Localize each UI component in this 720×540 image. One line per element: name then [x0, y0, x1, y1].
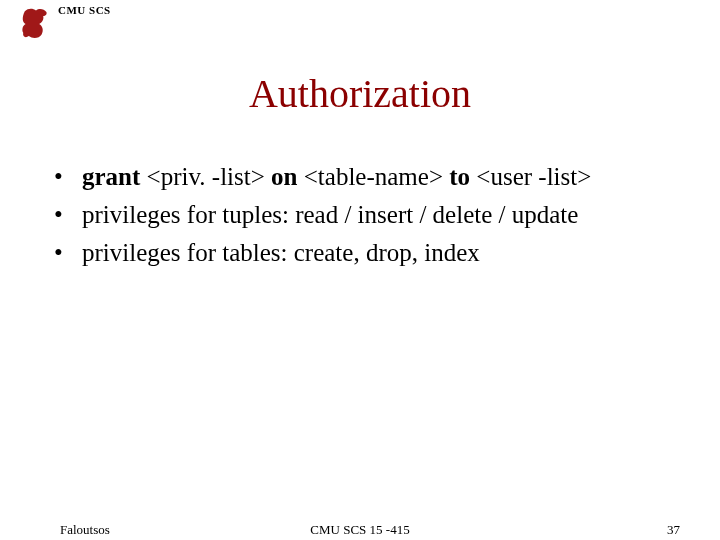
bullet-marker: • [50, 198, 82, 232]
slide-title: Authorization [0, 70, 720, 117]
footer-course: CMU SCS 15 -415 [0, 522, 720, 538]
scotty-dog-icon [20, 6, 52, 42]
header-label: CMU SCS [58, 4, 111, 16]
list-item: • grant <priv. -list> on <table-name> to… [50, 160, 660, 194]
bullet-marker: • [50, 236, 82, 270]
bullet-text: grant <priv. -list> on <table-name> to <… [82, 160, 660, 194]
bullet-list: • grant <priv. -list> on <table-name> to… [50, 160, 660, 273]
bullet-text: privileges for tables: create, drop, ind… [82, 236, 660, 270]
bullet-marker: • [50, 160, 82, 194]
footer-page-number: 37 [667, 522, 680, 538]
slide-header: CMU SCS [20, 6, 111, 42]
list-item: • privileges for tuples: read / insert /… [50, 198, 660, 232]
bullet-text: privileges for tuples: read / insert / d… [82, 198, 660, 232]
list-item: • privileges for tables: create, drop, i… [50, 236, 660, 270]
